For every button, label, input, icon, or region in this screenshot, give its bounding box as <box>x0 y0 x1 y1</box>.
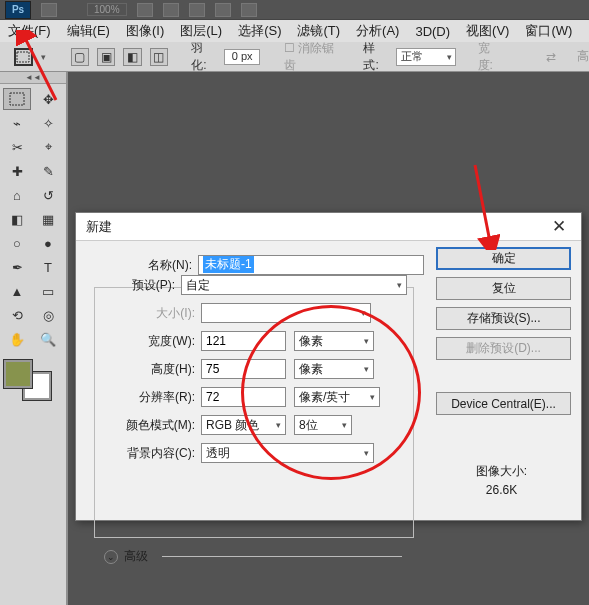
menu-file[interactable]: 文件(F) <box>8 22 51 40</box>
opt-width-label: 宽度: <box>478 40 503 74</box>
path-sel-tool[interactable]: ▲ <box>3 280 31 302</box>
device-central-button[interactable]: Device Central(E)... <box>436 392 571 415</box>
hand-icon[interactable] <box>137 3 153 17</box>
dialog-titlebar: 新建 ✕ <box>76 213 581 241</box>
advanced-toggle[interactable]: ⌄ 高级 <box>104 548 571 565</box>
reset-button[interactable]: 复位 <box>436 277 571 300</box>
zoom-tool[interactable]: 🔍 <box>34 328 62 350</box>
height-input[interactable] <box>201 359 286 379</box>
dodge-tool[interactable]: ● <box>34 232 62 254</box>
color-mode-select[interactable]: RGB 颜色▾ <box>201 415 286 435</box>
heal-tool[interactable]: ✚ <box>3 160 31 182</box>
screen-mode-icon[interactable] <box>241 3 257 17</box>
menu-view[interactable]: 视图(V) <box>466 22 509 40</box>
menu-image[interactable]: 图像(I) <box>126 22 164 40</box>
width-unit-select[interactable]: 像素▾ <box>294 331 374 351</box>
preset-select[interactable]: 自定▾ <box>181 275 407 295</box>
preset-fieldset: 预设(P): 自定▾ 大小(I): ▾ 宽度(W): 像素▾ 高度(H): 像素… <box>94 287 414 538</box>
style-label: 样式: <box>363 40 388 74</box>
tools-panel: ◄◄ ✥ ⌁ ✧ ✂ ⌖ ✚ ✎ ⌂ ↺ ◧ ▦ ○ ● ✒ T ▲ ▭ ⟲ ◎… <box>0 72 68 605</box>
selmode-new-icon[interactable]: ▢ <box>71 48 89 66</box>
save-preset-button[interactable]: 存储预设(S)... <box>436 307 571 330</box>
panel-collapse-handle[interactable]: ◄◄ <box>0 72 66 84</box>
height-label: 高度(H): <box>89 361 201 378</box>
arrange-icon[interactable] <box>215 3 231 17</box>
tool-dropdown-icon[interactable]: ▾ <box>41 52 46 62</box>
resolution-input[interactable] <box>201 387 286 407</box>
resolution-label: 分辨率(R): <box>89 389 201 406</box>
stamp-tool[interactable]: ⌂ <box>3 184 31 206</box>
brush-tool[interactable]: ✎ <box>34 160 62 182</box>
fg-color-swatch[interactable] <box>4 360 32 388</box>
wand-tool[interactable]: ✧ <box>34 112 62 134</box>
move-tool[interactable]: ✥ <box>34 88 62 110</box>
image-size-info: 图像大小: 26.6K <box>434 462 569 500</box>
opt-height-label: 高 <box>577 48 589 65</box>
close-icon[interactable]: ✕ <box>547 216 571 237</box>
app-top-bar: Ps 100% <box>0 0 589 20</box>
lasso-tool[interactable]: ⌁ <box>3 112 31 134</box>
ps-logo: Ps <box>5 1 31 19</box>
marquee-tool-icon[interactable] <box>14 48 33 66</box>
size-label: 大小(I): <box>89 305 201 322</box>
3d-tool[interactable]: ⟲ <box>3 304 31 326</box>
feather-input[interactable]: 0 px <box>224 49 260 65</box>
preset-label: 预设(P): <box>69 277 181 294</box>
bg-content-label: 背景内容(C): <box>89 445 201 462</box>
type-tool[interactable]: T <box>34 256 62 278</box>
size-select: ▾ <box>201 303 371 323</box>
selmode-sub-icon[interactable]: ◧ <box>123 48 141 66</box>
hand-tool[interactable]: ✋ <box>3 328 31 350</box>
eraser-tool[interactable]: ◧ <box>3 208 31 230</box>
shape-tool[interactable]: ▭ <box>34 280 62 302</box>
menu-edit[interactable]: 编辑(E) <box>67 22 110 40</box>
crop-tool[interactable]: ✂ <box>3 136 31 158</box>
color-mode-label: 颜色模式(M): <box>89 417 201 434</box>
gradient-tool[interactable]: ▦ <box>34 208 62 230</box>
selmode-add-icon[interactable]: ▣ <box>97 48 115 66</box>
menu-analysis[interactable]: 分析(A) <box>356 22 399 40</box>
style-select[interactable]: 正常▾ <box>396 48 456 66</box>
menu-window[interactable]: 窗口(W) <box>525 22 572 40</box>
eyedropper-tool[interactable]: ⌖ <box>34 136 62 158</box>
rotate-icon[interactable] <box>189 3 205 17</box>
blur-tool[interactable]: ○ <box>3 232 31 254</box>
feather-label: 羽化: <box>191 40 216 74</box>
width-label: 宽度(W): <box>89 333 201 350</box>
color-swatches[interactable] <box>4 360 54 400</box>
menu-layer[interactable]: 图层(L) <box>180 22 222 40</box>
height-unit-select[interactable]: 像素▾ <box>294 359 374 379</box>
anti-alias-checkbox[interactable]: ☐ 消除锯齿 <box>284 40 341 74</box>
new-document-dialog: 新建 ✕ 名称(N): 未标题-1 预设(P): 自定▾ 大小(I): ▾ 宽度… <box>75 212 582 521</box>
dialog-title: 新建 <box>86 218 112 236</box>
bridge-icon[interactable] <box>41 3 57 17</box>
bit-depth-select[interactable]: 8位▾ <box>294 415 352 435</box>
bg-content-select[interactable]: 透明▾ <box>201 443 374 463</box>
zoom-display[interactable]: 100% <box>87 3 127 16</box>
resolution-unit-select[interactable]: 像素/英寸▾ <box>294 387 380 407</box>
menu-filter[interactable]: 滤镜(T) <box>297 22 340 40</box>
zoom-icon[interactable] <box>163 3 179 17</box>
ok-button[interactable]: 确定 <box>436 247 571 270</box>
svg-rect-0 <box>17 52 29 62</box>
svg-rect-1 <box>10 93 24 105</box>
delete-preset-button: 删除预设(D)... <box>436 337 571 360</box>
history-brush-tool[interactable]: ↺ <box>34 184 62 206</box>
chevron-down-icon: ⌄ <box>104 550 118 564</box>
selmode-int-icon[interactable]: ◫ <box>150 48 168 66</box>
marquee-tool[interactable] <box>3 88 31 110</box>
menu-3d[interactable]: 3D(D) <box>415 24 450 39</box>
camera-tool[interactable]: ◎ <box>34 304 62 326</box>
width-input[interactable] <box>201 331 286 351</box>
menu-select[interactable]: 选择(S) <box>238 22 281 40</box>
pen-tool[interactable]: ✒ <box>3 256 31 278</box>
options-bar: ▾ ▢ ▣ ◧ ◫ 羽化: 0 px ☐ 消除锯齿 样式: 正常▾ 宽度: ⇄ … <box>0 42 589 72</box>
